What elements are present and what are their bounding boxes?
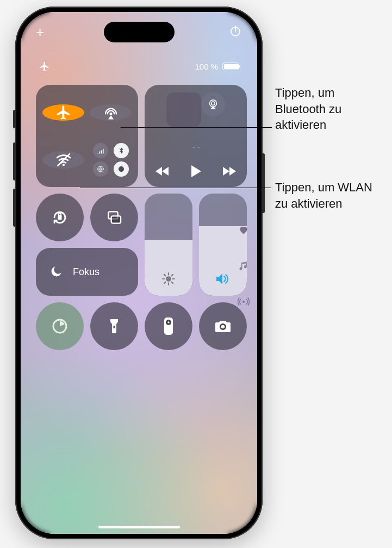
svg-point-13 [166,276,171,282]
vpn-icon [93,161,108,177]
orientation-lock-toggle[interactable] [36,194,84,241]
page-indicator-icons [238,224,250,308]
satellite-icon [114,161,129,177]
home-indicator[interactable] [98,526,180,528]
volume-up-button [13,142,16,180]
next-track-button[interactable] [221,165,237,177]
battery-icon [222,63,239,70]
battery-text: 100 % [195,62,218,71]
volume-down-button [13,189,16,227]
favorites-page-icon[interactable] [238,224,250,236]
svg-point-28 [221,325,225,329]
airdrop-toggle[interactable] [90,104,132,121]
airplay-button[interactable] [201,92,225,116]
cellular-icon [93,143,108,158]
svg-line-20 [164,282,165,283]
svg-rect-23 [114,326,115,328]
connectivity-page-icon[interactable] [238,296,250,308]
status-bar: 100 % [21,59,257,74]
svg-point-26 [167,321,169,323]
callout-bluetooth: Tippen, um Bluetooth zu aktivieren [275,85,384,133]
media-player-group[interactable]: - - [145,85,247,187]
brightness-icon [161,272,176,288]
flashlight-button[interactable] [90,302,138,350]
battery-fill [224,64,239,69]
svg-point-9 [211,102,215,105]
previous-track-button[interactable] [154,165,171,177]
svg-line-21 [172,275,173,276]
camera-button[interactable] [199,302,247,350]
control-center: - - [36,85,242,350]
volume-icon [215,272,231,288]
connectivity-group[interactable] [36,85,138,187]
svg-point-2 [109,113,112,115]
airplane-status-icon [39,61,50,72]
apple-tv-remote-button[interactable] [145,302,192,350]
dynamic-island [104,22,175,42]
svg-rect-10 [58,215,61,220]
music-page-icon[interactable] [238,260,250,272]
add-control-button[interactable]: + [36,25,44,39]
timer-button[interactable] [36,302,84,350]
airplane-mode-toggle[interactable] [42,104,84,121]
svg-point-3 [62,164,64,166]
connectivity-more[interactable] [90,143,132,177]
screen: + 100 % [21,12,257,534]
bluetooth-icon [114,143,129,158]
svg-point-29 [242,301,245,303]
power-button[interactable] [229,24,242,40]
svg-point-7 [119,166,123,171]
screen-mirroring-button[interactable] [90,194,138,241]
callout-wlan: Tippen, um WLAN zu aktivieren [275,179,384,211]
svg-line-18 [164,275,165,276]
mute-switch [13,110,16,128]
phone-frame: + 100 % [15,7,263,539]
focus-button[interactable]: Fokus [36,248,138,296]
do-not-disturb-icon [46,261,66,282]
svg-rect-12 [111,216,121,223]
focus-label: Fokus [73,266,99,278]
side-button [262,153,265,213]
media-track-title: - - [192,142,200,151]
play-button[interactable] [189,164,202,178]
svg-point-8 [210,100,217,107]
brightness-slider[interactable] [145,194,192,296]
album-art-placeholder [166,92,201,127]
svg-line-19 [172,282,173,283]
wifi-toggle[interactable] [42,151,84,169]
